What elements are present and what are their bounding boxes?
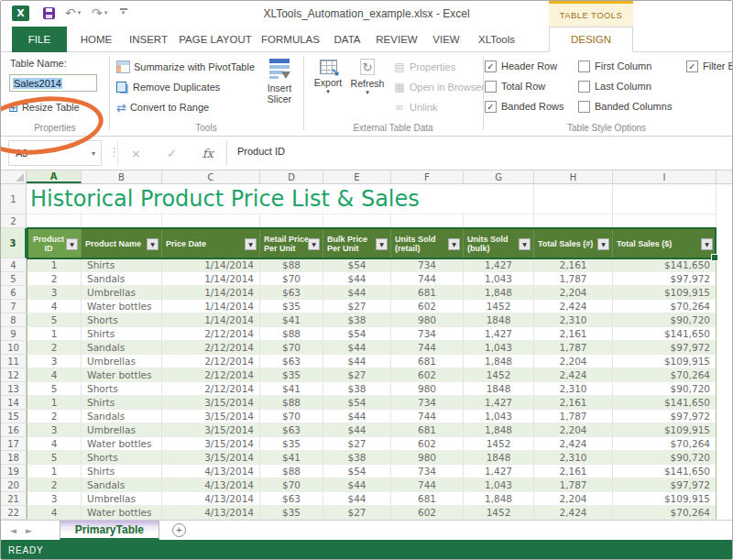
- cell[interactable]: $97,972: [613, 341, 717, 355]
- checkbox-banded-rows[interactable]: ✓Banded Rows: [485, 96, 578, 116]
- cell[interactable]: 4: [27, 300, 82, 313]
- cell[interactable]: 734: [391, 396, 464, 410]
- cell[interactable]: $63: [260, 492, 323, 506]
- column-header-c[interactable]: C: [162, 170, 260, 183]
- table-header-cell[interactable]: Price Date▼: [162, 228, 260, 258]
- cell[interactable]: $54: [323, 465, 391, 478]
- cell[interactable]: 4: [27, 437, 82, 451]
- cell[interactable]: [82, 214, 162, 228]
- column-header-e[interactable]: E: [323, 170, 391, 183]
- tab-page-layout[interactable]: PAGE LAYOUT: [177, 27, 254, 52]
- cell[interactable]: 1,427: [464, 258, 534, 272]
- cell[interactable]: Sandals: [82, 272, 162, 286]
- cell[interactable]: $88: [260, 465, 323, 478]
- row-header-8[interactable]: 8: [1, 313, 27, 327]
- cell[interactable]: 681: [391, 355, 464, 368]
- row-header-16[interactable]: 16: [1, 423, 27, 437]
- cell[interactable]: 980: [391, 313, 464, 327]
- row-header-11[interactable]: 11: [1, 355, 27, 368]
- cell[interactable]: $97,972: [613, 478, 717, 492]
- row-header-14[interactable]: 14: [1, 396, 27, 410]
- table-header-cell[interactable]: Retail Price Per Unit▼: [260, 228, 323, 258]
- cell[interactable]: $44: [323, 272, 391, 286]
- cell[interactable]: Shorts: [82, 451, 162, 465]
- insert-function-icon[interactable]: fx: [202, 147, 213, 160]
- cell[interactable]: [534, 184, 613, 214]
- cell[interactable]: $109,915: [613, 286, 717, 300]
- cell[interactable]: 4/13/2014: [162, 506, 260, 520]
- cell[interactable]: 1: [27, 258, 82, 272]
- cell[interactable]: $90,720: [613, 313, 717, 327]
- cell[interactable]: 1,848: [464, 355, 534, 368]
- row-header-7[interactable]: 7: [1, 300, 27, 313]
- cell[interactable]: 2,424: [534, 300, 613, 313]
- row-header-18[interactable]: 18: [1, 451, 27, 465]
- tab-insert[interactable]: INSERT: [124, 27, 173, 52]
- filter-button[interactable]: ▼: [147, 238, 159, 250]
- cell[interactable]: 4/13/2014: [162, 478, 260, 492]
- row-header-3[interactable]: 3: [1, 228, 27, 258]
- tab-view[interactable]: VIEW: [426, 27, 466, 52]
- row-header-6[interactable]: 6: [1, 286, 27, 300]
- cell[interactable]: 2,424: [534, 368, 613, 382]
- cell[interactable]: $63: [260, 423, 323, 437]
- cell[interactable]: $54: [323, 327, 391, 341]
- cell[interactable]: Shirts: [82, 396, 162, 410]
- cell[interactable]: 1,787: [534, 341, 613, 355]
- filter-button[interactable]: ▼: [448, 238, 460, 250]
- cell[interactable]: $35: [260, 437, 323, 451]
- cell[interactable]: $38: [323, 451, 391, 465]
- cell[interactable]: [464, 214, 534, 228]
- cell[interactable]: 1452: [464, 368, 534, 382]
- sheet-title[interactable]: Historical Product Price List & Sales: [27, 184, 464, 214]
- column-header-h[interactable]: H: [534, 170, 613, 183]
- cell[interactable]: $38: [323, 382, 391, 396]
- tab-file[interactable]: FILE: [12, 27, 67, 52]
- cell[interactable]: $38: [323, 313, 391, 327]
- cell[interactable]: 2,204: [534, 492, 613, 506]
- cell[interactable]: Umbrellas: [82, 492, 162, 506]
- cell[interactable]: Shirts: [82, 258, 162, 272]
- cell[interactable]: 3/15/2014: [162, 410, 260, 423]
- cell[interactable]: $70: [260, 272, 323, 286]
- cell[interactable]: 734: [391, 327, 464, 341]
- cell[interactable]: 3: [27, 492, 82, 506]
- resize-table-button[interactable]: ⊞ Resize Table: [8, 98, 80, 116]
- cell[interactable]: Umbrellas: [82, 355, 162, 368]
- row-header-22[interactable]: 22: [1, 506, 27, 520]
- cell[interactable]: [260, 214, 323, 228]
- filter-button[interactable]: ▼: [701, 238, 713, 250]
- cell[interactable]: 2,204: [534, 423, 613, 437]
- cell[interactable]: 1/14/2014: [162, 286, 260, 300]
- cell[interactable]: $141,650: [613, 465, 717, 478]
- cell[interactable]: 744: [391, 341, 464, 355]
- checkbox-filter-button[interactable]: ✓Filter Button: [686, 56, 733, 76]
- checkbox-icon[interactable]: ✓: [485, 60, 497, 72]
- select-all-corner[interactable]: [1, 170, 27, 183]
- cell[interactable]: $27: [323, 506, 391, 520]
- cell[interactable]: $109,915: [613, 492, 717, 506]
- cell[interactable]: 1/14/2014: [162, 258, 260, 272]
- cell[interactable]: $41: [260, 313, 323, 327]
- column-header-g[interactable]: G: [464, 170, 534, 183]
- cell[interactable]: 2/12/2014: [162, 382, 260, 396]
- cell[interactable]: $35: [260, 300, 323, 313]
- cell[interactable]: $141,650: [613, 258, 717, 272]
- checkbox-icon[interactable]: ✓: [485, 101, 497, 113]
- cell[interactable]: Shirts: [82, 465, 162, 478]
- formula-content[interactable]: Product ID: [237, 146, 285, 157]
- tab-formulas[interactable]: FORMULAS: [257, 27, 323, 52]
- checkbox-first-column[interactable]: First Column: [578, 56, 686, 76]
- enter-icon[interactable]: ✓: [167, 147, 177, 160]
- table-header-cell[interactable]: Units Sold (bulk)▼: [464, 228, 534, 258]
- cell[interactable]: 2/12/2014: [162, 341, 260, 355]
- cell[interactable]: $70: [260, 410, 323, 423]
- cell[interactable]: $27: [323, 368, 391, 382]
- cell[interactable]: 1,427: [464, 465, 534, 478]
- cell[interactable]: 5: [27, 451, 82, 465]
- cell[interactable]: 4/13/2014: [162, 492, 260, 506]
- cell[interactable]: 2,204: [534, 355, 613, 368]
- cell[interactable]: [27, 214, 82, 228]
- table-header-cell[interactable]: Total Sales ($)▼: [613, 228, 717, 258]
- cell[interactable]: 734: [391, 258, 464, 272]
